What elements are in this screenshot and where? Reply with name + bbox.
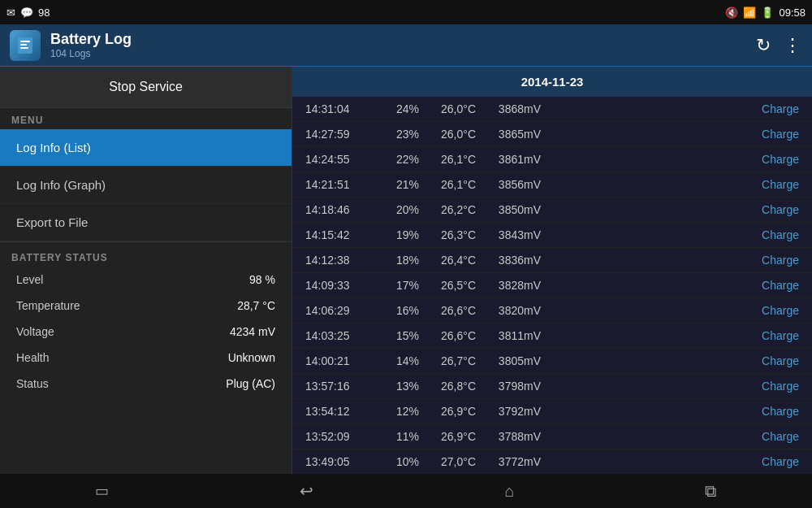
mail-icon: ✉ bbox=[6, 7, 15, 19]
log-mv-2: 3861mV bbox=[476, 153, 541, 166]
menu-item-0[interactable]: Log Info (List) bbox=[0, 129, 292, 167]
title-left: Battery Log 104 Logs bbox=[10, 30, 132, 61]
log-row-6: 14:12:38 18% 26,4°C 3836mV Charge bbox=[292, 248, 812, 273]
status-bar: ✉ 💬 98 🔇 📶 🔋 09:58 bbox=[0, 0, 812, 24]
log-row-9: 14:03:25 15% 26,6°C 3811mV Charge bbox=[292, 323, 812, 349]
log-row-7: 14:09:33 17% 26,5°C 3828mV Charge bbox=[292, 273, 812, 298]
log-percent-10: 14% bbox=[378, 354, 419, 367]
mute-icon: 🔇 bbox=[725, 7, 738, 19]
log-percent-11: 13% bbox=[378, 380, 419, 393]
log-percent-0: 24% bbox=[378, 102, 419, 115]
log-temp-5: 26,3°C bbox=[419, 228, 476, 241]
log-status-0: Charge bbox=[742, 102, 799, 115]
app-icon bbox=[10, 30, 41, 61]
log-row-12: 13:54:12 12% 26,9°C 3792mV Charge bbox=[292, 399, 812, 424]
log-percent-13: 11% bbox=[378, 430, 419, 443]
log-percent-1: 23% bbox=[378, 128, 419, 141]
log-time-4: 14:18:46 bbox=[305, 203, 378, 216]
log-status-8: Charge bbox=[742, 304, 799, 317]
log-percent-4: 20% bbox=[378, 203, 419, 216]
log-time-9: 14:03:25 bbox=[305, 329, 378, 342]
log-time-11: 13:57:16 bbox=[305, 380, 378, 393]
back-nav-icon[interactable]: ↩ bbox=[300, 481, 313, 501]
log-mv-12: 3792mV bbox=[476, 405, 541, 418]
log-status-5: Charge bbox=[742, 228, 799, 241]
log-percent-6: 18% bbox=[378, 254, 419, 267]
menu-item-2[interactable]: Export to File bbox=[0, 204, 292, 241]
log-time-7: 14:09:33 bbox=[305, 279, 378, 292]
log-temp-1: 26,0°C bbox=[419, 128, 476, 141]
battery-status-row-3: HealthUnknown bbox=[0, 345, 292, 371]
log-mv-3: 3856mV bbox=[476, 178, 541, 191]
battery-value-3: Unknown bbox=[228, 351, 275, 364]
log-status-12: Charge bbox=[742, 405, 799, 418]
sidebar: Stop Service MENU Log Info (List)Log Inf… bbox=[0, 67, 292, 474]
log-temp-4: 26,2°C bbox=[419, 203, 476, 216]
log-percent-14: 10% bbox=[378, 455, 419, 468]
battery-status-row-4: StatusPlug (AC) bbox=[0, 371, 292, 397]
log-list: 14:31:04 24% 26,0°C 3868mV Charge 14:27:… bbox=[292, 97, 812, 474]
log-status-13: Charge bbox=[742, 430, 799, 443]
battery-value-1: 28,7 °C bbox=[237, 299, 275, 312]
log-row-3: 14:21:51 21% 26,1°C 3856mV Charge bbox=[292, 172, 812, 198]
log-row-14: 13:49:05 10% 27,0°C 3772mV Charge bbox=[292, 449, 812, 474]
stop-service-button[interactable]: Stop Service bbox=[0, 67, 292, 108]
battery-status-row-1: Temperature28,7 °C bbox=[0, 293, 292, 319]
battery-key-2: Voltage bbox=[16, 325, 54, 338]
log-temp-11: 26,8°C bbox=[419, 380, 476, 393]
recent-nav-icon[interactable]: ⧉ bbox=[705, 482, 716, 501]
log-mv-10: 3805mV bbox=[476, 354, 541, 367]
menu-items: Log Info (List)Log Info (Graph)Export to… bbox=[0, 129, 292, 241]
menu-item-1[interactable]: Log Info (Graph) bbox=[0, 167, 292, 204]
main: Stop Service MENU Log Info (List)Log Inf… bbox=[0, 67, 812, 474]
battery-key-1: Temperature bbox=[16, 299, 80, 312]
log-time-6: 14:12:38 bbox=[305, 254, 378, 267]
log-row-8: 14:06:29 16% 26,6°C 3820mV Charge bbox=[292, 298, 812, 323]
battery-status-row-0: Level98 % bbox=[0, 267, 292, 293]
battery-status-row-2: Voltage4234 mV bbox=[0, 319, 292, 345]
log-mv-0: 3868mV bbox=[476, 102, 541, 115]
log-row-4: 14:18:46 20% 26,2°C 3850mV Charge bbox=[292, 198, 812, 223]
battery-value-4: Plug (AC) bbox=[226, 377, 275, 390]
wifi-icon: 📶 bbox=[743, 7, 756, 19]
log-mv-8: 3820mV bbox=[476, 304, 541, 317]
log-time-2: 14:24:55 bbox=[305, 153, 378, 166]
log-temp-13: 26,9°C bbox=[419, 430, 476, 443]
battery-status-label: BATTERY STATUS bbox=[0, 241, 292, 267]
log-row-13: 13:52:09 11% 26,9°C 3788mV Charge bbox=[292, 424, 812, 449]
battery-key-4: Status bbox=[16, 377, 49, 390]
log-status-10: Charge bbox=[742, 354, 799, 367]
log-status-7: Charge bbox=[742, 279, 799, 292]
log-temp-10: 26,7°C bbox=[419, 354, 476, 367]
log-mv-1: 3865mV bbox=[476, 128, 541, 141]
log-mv-11: 3798mV bbox=[476, 380, 541, 393]
log-status-1: Charge bbox=[742, 128, 799, 141]
log-temp-9: 26,6°C bbox=[419, 329, 476, 342]
clock-text: 09:58 bbox=[779, 7, 806, 19]
battery-value-2: 4234 mV bbox=[230, 325, 275, 338]
log-mv-5: 3843mV bbox=[476, 228, 541, 241]
log-row-1: 14:27:59 23% 26,0°C 3865mV Charge bbox=[292, 122, 812, 147]
app-subtitle: 104 Logs bbox=[50, 48, 132, 59]
log-percent-2: 22% bbox=[378, 153, 419, 166]
log-time-10: 14:00:21 bbox=[305, 354, 378, 367]
log-time-3: 14:21:51 bbox=[305, 178, 378, 191]
log-content: 2014-11-23 14:31:04 24% 26,0°C 3868mV Ch… bbox=[292, 67, 812, 474]
date-header: 2014-11-23 bbox=[292, 67, 812, 97]
log-temp-14: 27,0°C bbox=[419, 455, 476, 468]
log-status-6: Charge bbox=[742, 254, 799, 267]
log-mv-13: 3788mV bbox=[476, 430, 541, 443]
log-temp-2: 26,1°C bbox=[419, 153, 476, 166]
log-time-5: 14:15:42 bbox=[305, 228, 378, 241]
menu-label: MENU bbox=[0, 108, 292, 129]
refresh-icon[interactable]: ↻ bbox=[756, 35, 771, 56]
log-temp-8: 26,6°C bbox=[419, 304, 476, 317]
more-icon[interactable]: ⋮ bbox=[784, 35, 802, 56]
log-temp-7: 26,5°C bbox=[419, 279, 476, 292]
title-bar: Battery Log 104 Logs ↻ ⋮ bbox=[0, 24, 812, 67]
log-percent-5: 19% bbox=[378, 228, 419, 241]
home-nav-icon[interactable]: ⌂ bbox=[504, 482, 514, 501]
log-row-0: 14:31:04 24% 26,0°C 3868mV Charge bbox=[292, 97, 812, 122]
square-nav-icon[interactable]: ▭ bbox=[95, 482, 109, 500]
battery-icon: 🔋 bbox=[761, 7, 774, 19]
